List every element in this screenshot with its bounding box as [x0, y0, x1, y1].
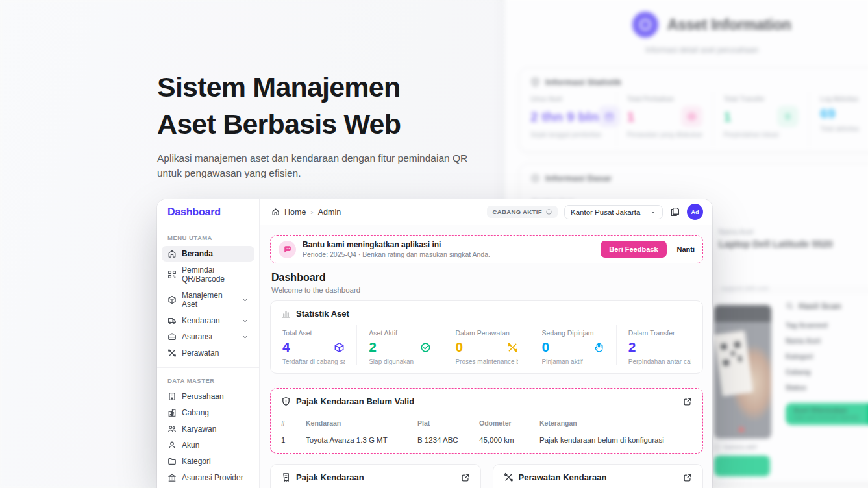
calendar-icon: [604, 112, 614, 121]
breadcrumb-current: Admin: [318, 208, 341, 217]
table-cell: 1: [281, 427, 306, 444]
app-logo[interactable]: Dashboard: [157, 199, 259, 225]
branch-building-icon: [167, 408, 177, 417]
breadcrumb: Home › Admin: [271, 207, 341, 217]
asset-info-title: Asset Information: [667, 16, 791, 34]
scan-button: [714, 456, 770, 476]
table-header: Odometer: [479, 410, 539, 427]
nanti-button[interactable]: Nanti: [677, 245, 695, 253]
table-header: #: [281, 410, 306, 427]
caret-down-icon: [650, 209, 656, 215]
table-cell: 45,000 km: [479, 427, 539, 444]
stat-log-aktivitas: Log Aktivitas 69 Total aktivitas: [809, 92, 868, 146]
chevron-down-icon: [242, 334, 249, 341]
pajak-table: # Kendaraan Plat Odometer Keterangan 1 T…: [271, 410, 702, 444]
bar-chart-icon: [281, 309, 291, 319]
cabang-aktif-badge: CABANG AKTIF: [487, 206, 558, 218]
info-circle-icon: [530, 173, 540, 183]
scan-row: Kategori Elektronik: [786, 348, 868, 364]
info-circle-icon: [545, 208, 552, 215]
sidebar-item-perawatan[interactable]: Perawatan: [162, 345, 254, 361]
stat-dalam-transfer: Dalam Transfer 2 Perpindahan antar caban…: [616, 325, 702, 365]
statistik-aset-title: Statistik Aset: [296, 309, 349, 319]
scan-row: Nama Aset Laptop Dell: [786, 333, 868, 348]
receipt-icon: [281, 472, 291, 482]
sidebar-item-asuransi-provider[interactable]: Asuransi Provider: [162, 470, 254, 485]
main-area: Home › Admin CABANG AKTIF Kantor Pusat J…: [260, 199, 712, 488]
stat-total-perbaikan: Total Perbaikan 1 Perawatan yang dilakuk…: [616, 92, 713, 146]
pajak-kendaraan-title: Pajak Kendaraan: [296, 472, 364, 482]
page-subtitle: Welcome to the dashboard: [271, 286, 702, 294]
perawatan-kendaraan-title: Perawatan Kendaraan: [519, 472, 607, 482]
hasil-scan-title: Hasil Scan: [799, 301, 841, 311]
feedback-subtitle: Periode: 2025-Q4 · Berikan rating dan ma…: [303, 250, 490, 258]
sidebar-item-perusahaan[interactable]: Perusahaan: [162, 389, 254, 404]
briefcase-icon: [167, 332, 177, 341]
informasi-statistik-card: Informasi Statistik Umur Aset 2 thn 9 bl…: [519, 67, 868, 152]
documents-icon[interactable]: [669, 206, 680, 217]
stat-total-aset: Total Aset 4 Terdaftar di cabang saat in…: [271, 325, 356, 365]
tools-icon: [507, 342, 518, 353]
transfer-arrows-icon: [783, 112, 793, 121]
x-circle-icon: [687, 112, 697, 121]
topbar: Home › Admin CABANG AKTIF Kantor Pusat J…: [260, 199, 712, 225]
feedback-title: Bantu kami meningkatkan aplikasi ini: [303, 240, 490, 249]
table-header: Plat: [417, 410, 479, 427]
table-cell: B 1234 ABC: [417, 427, 479, 444]
stat-umur-aset: Umur Aset 2 thn 9 bln Sejak tanggal pemb…: [520, 92, 616, 146]
asset-small-text: support.dell.com: [721, 285, 769, 292]
table-header: Keterangan: [539, 410, 692, 427]
sidebar: Dashboard MENU UTAMA Beranda Pemindai QR…: [157, 199, 260, 488]
page-title: Dashboard: [271, 272, 702, 284]
scan-row: Cabang Kantor Pusat: [786, 364, 868, 380]
hero-subtitle: Aplikasi manajemen aset dan kendaraan de…: [157, 151, 488, 180]
scan-row: Tag Scanned AST-00123: [786, 317, 868, 333]
content-area: Bantu kami meningkatkan aplikasi ini Per…: [260, 225, 712, 488]
chevron-down-icon: [242, 317, 249, 324]
bank-icon: [167, 473, 177, 482]
truck-icon: [167, 316, 177, 325]
scan-success-banner: Aset Ditemukan Data aset berhasil dipind…: [786, 403, 868, 425]
sidebar-item-akun[interactable]: Akun: [162, 437, 254, 453]
check-circle-icon: [420, 342, 431, 353]
breadcrumb-home[interactable]: Home: [284, 208, 306, 217]
building-icon: [167, 392, 177, 401]
sidebar-item-kategori[interactable]: Kategori: [162, 454, 254, 469]
home-icon: [271, 208, 280, 216]
stat-sedang-dipinjam: Sedang Dipinjam 0 Pinjaman aktif: [530, 325, 616, 365]
beri-feedback-button[interactable]: Beri Feedback: [601, 241, 666, 258]
sidebar-item-karyawan[interactable]: Karyawan: [162, 421, 254, 437]
asset-info-logo-icon: [632, 12, 658, 38]
tools-icon: [167, 348, 177, 358]
sidebar-item-kendaraan[interactable]: Kendaraan: [162, 313, 254, 328]
sidebar-item-asuransi[interactable]: Asuransi: [162, 329, 254, 345]
external-link-icon[interactable]: [461, 473, 470, 482]
branch-select[interactable]: Kantor Pusat Jakarta: [564, 205, 663, 219]
page: Asset Information Informasi detail aset …: [0, 0, 868, 488]
user-icon: [167, 441, 177, 450]
table-cell: Toyota Avanza 1.3 G MT: [306, 427, 417, 444]
sidebar-item-cabang[interactable]: Cabang: [162, 405, 254, 421]
stat-aset-aktif: Aset Aktif 2 Siap digunakan: [356, 325, 443, 365]
tools-icon: [504, 472, 514, 482]
sidebar-item-pemindai-qr[interactable]: Pemindai QR/Barcode: [162, 262, 254, 287]
sidebar-item-beranda[interactable]: Beranda: [162, 246, 254, 262]
external-link-icon[interactable]: [683, 397, 692, 406]
perawatan-kendaraan-card: Perawatan Kendaraan: [493, 464, 704, 488]
statistik-aset-card: Statistik Aset Total Aset 4 Terdaftar di…: [270, 300, 703, 374]
hand-icon: [593, 342, 604, 353]
table-header: Kendaraan: [306, 410, 417, 427]
chevron-down-icon: [242, 297, 249, 304]
informasi-dasar-title: Informasi Dasar: [545, 173, 612, 183]
lihat-detail-link: Lihat Detail Aset: [786, 432, 868, 439]
feedback-chat-icon: [279, 241, 296, 258]
asset-info-subtitle: Informasi detail aset perusahaan: [645, 45, 758, 55]
hero-section: Sistem ManajemenAset Berbasis Web Aplika…: [157, 69, 521, 180]
cube-icon: [334, 342, 345, 353]
qr-scanner-preview: Kamera aktif Hasil Scan Tag Scanned AST-…: [706, 293, 868, 482]
avatar[interactable]: Ad: [687, 204, 703, 220]
external-link-icon[interactable]: [683, 473, 692, 482]
informasi-statistik-title: Informasi Statistik: [545, 77, 621, 87]
sidebar-item-manajemen-aset[interactable]: Manajemen Aset: [162, 287, 254, 312]
nama-aset-value: Laptop Dell Latitude 5520: [719, 239, 833, 249]
